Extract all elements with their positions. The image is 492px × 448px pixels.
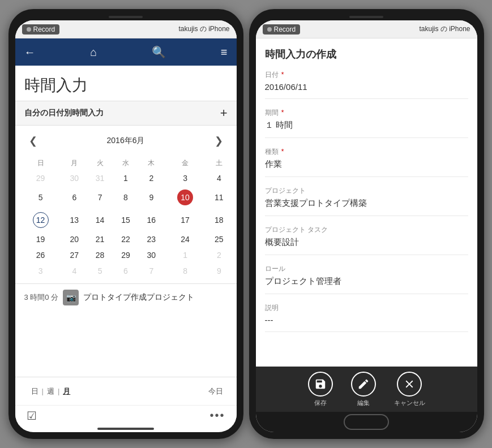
calendar-header-row: 日月火水木金土 — [20, 156, 232, 170]
form-field-0: 日付 *2016/06/11 — [265, 70, 468, 99]
form-value-2[interactable]: 作業 — [265, 159, 468, 170]
form-label-0: 日付 * — [265, 70, 468, 80]
home-icon[interactable]: ⌂ — [90, 46, 97, 59]
calendar-grid: 日月火水木金土 29303112345678910111213141516171… — [20, 156, 232, 279]
calendar-day-cell[interactable]: 29 — [113, 247, 138, 263]
calendar-day-cell[interactable]: 27 — [62, 247, 87, 263]
form-value-3[interactable]: 営業支援プロトタイプ構築 — [265, 198, 468, 209]
action-btn-label-1: 編集 — [357, 399, 370, 407]
action-btn-キャンセル[interactable]: キャンセル — [394, 372, 425, 407]
calendar-day-cell[interactable]: 7 — [139, 263, 164, 279]
cal-day-header: 月 — [62, 156, 87, 170]
action-btn-保存[interactable]: 保存 — [308, 372, 333, 407]
calendar-day-cell[interactable]: 26 — [20, 247, 62, 263]
calendar-day-cell[interactable]: 22 — [113, 231, 138, 247]
left-device-name: takujis の iPhone — [178, 24, 229, 34]
calendar-day-cell[interactable]: 12 — [20, 209, 62, 231]
right-home-area — [256, 412, 477, 432]
calendar-day-cell[interactable]: 4 — [62, 263, 87, 279]
calendar-day-cell[interactable]: 1 — [164, 247, 206, 263]
calendar-day-cell[interactable]: 2 — [206, 247, 232, 263]
calendar-day-cell[interactable]: 5 — [20, 186, 62, 209]
calendar-day-cell[interactable]: 20 — [62, 231, 87, 247]
form-field-4: プロジェクト タスク概要設計 — [265, 225, 468, 255]
form-page-title: 時間入力の作成 — [265, 48, 468, 61]
add-button[interactable]: + — [220, 106, 228, 120]
left-phone: Record takujis の iPhone ← ⌂ 🔍 ≡ 時間入力 自分の… — [8, 9, 243, 439]
time-entry-duration: 3 時間0 分 — [24, 292, 59, 303]
action-btn-label-2: キャンセル — [394, 399, 425, 407]
action-btn-icon-1 — [351, 372, 376, 397]
calendar-day-cell[interactable]: 16 — [139, 209, 164, 231]
calendar-day-cell[interactable]: 29 — [20, 170, 62, 186]
form-value-6[interactable]: --- — [265, 315, 468, 325]
calendar-day-cell[interactable]: 17 — [164, 209, 206, 231]
left-record-label: Record — [33, 25, 55, 33]
left-bottom-tab-bar: 日 | 週 | 月 今日 — [15, 377, 237, 405]
right-speaker — [349, 16, 383, 18]
tab-today[interactable]: 今日 — [208, 386, 223, 397]
calendar-day-cell[interactable]: 10 — [164, 186, 206, 209]
more-icon[interactable]: ••• — [209, 409, 225, 422]
calendar-day-cell[interactable]: 8 — [113, 186, 138, 209]
menu-icon[interactable]: ≡ — [221, 46, 228, 59]
calendar-day-cell[interactable]: 30 — [62, 170, 87, 186]
check-icon[interactable]: ☑ — [27, 409, 37, 423]
right-device-name: takujis の iPhone — [419, 24, 470, 34]
calendar-day-cell[interactable]: 21 — [87, 231, 113, 247]
next-month-button[interactable]: ❯ — [210, 132, 228, 149]
back-icon[interactable]: ← — [24, 46, 36, 59]
prev-month-button[interactable]: ❮ — [24, 132, 42, 149]
calendar-day-cell[interactable]: 28 — [87, 247, 113, 263]
form-value-5[interactable]: プロジェクト管理者 — [265, 276, 468, 287]
calendar-day-cell[interactable]: 19 — [20, 231, 62, 247]
form-label-4: プロジェクト タスク — [265, 225, 468, 235]
calendar-week-row: 567891011 — [20, 186, 232, 209]
calendar-week-row: 3456789 — [20, 263, 232, 279]
calendar-day-cell[interactable]: 3 — [20, 263, 62, 279]
left-record-button[interactable]: Record — [22, 24, 60, 35]
time-entry-row[interactable]: 3 時間0 分 📷 プロトタイプ作成プロジェクト — [15, 283, 237, 311]
calendar-day-cell[interactable]: 1 — [113, 170, 138, 186]
calendar-day-cell[interactable]: 14 — [87, 209, 113, 231]
calendar-day-cell[interactable]: 7 — [87, 186, 113, 209]
calendar-day-cell[interactable]: 5 — [87, 263, 113, 279]
form-label-1: 期間 * — [265, 108, 468, 118]
tab-day[interactable]: 日 — [29, 385, 41, 398]
action-btn-編集[interactable]: 編集 — [351, 372, 376, 407]
calendar-day-cell[interactable]: 8 — [164, 263, 206, 279]
cal-day-header: 土 — [206, 156, 232, 170]
time-entry-camera-icon: 📷 — [63, 290, 79, 305]
search-icon[interactable]: 🔍 — [152, 45, 166, 59]
calendar-today-day: 12 — [33, 212, 49, 228]
calendar-day-cell[interactable]: 13 — [62, 209, 87, 231]
calendar-day-cell[interactable]: 30 — [139, 247, 164, 263]
calendar-day-cell[interactable]: 25 — [206, 231, 232, 247]
action-bar: 保存編集キャンセル — [256, 367, 477, 412]
form-value-0[interactable]: 2016/06/11 — [265, 82, 468, 92]
calendar-day-cell[interactable]: 23 — [139, 231, 164, 247]
form-value-4[interactable]: 概要設計 — [265, 237, 468, 248]
calendar-day-cell[interactable]: 15 — [113, 209, 138, 231]
tab-month[interactable]: 月 — [61, 385, 72, 398]
action-btn-label-0: 保存 — [314, 399, 327, 407]
calendar-day-cell[interactable]: 9 — [139, 186, 164, 209]
calendar-day-cell[interactable]: 11 — [206, 186, 232, 209]
calendar-day-cell[interactable]: 2 — [139, 170, 164, 186]
cal-day-header: 火 — [87, 156, 113, 170]
calendar-day-cell[interactable]: 18 — [206, 209, 232, 231]
calendar-day-cell[interactable]: 31 — [87, 170, 113, 186]
calendar-day-cell[interactable]: 3 — [164, 170, 206, 186]
tab-week[interactable]: 週 — [45, 385, 57, 398]
form-label-6: 説明 — [265, 303, 468, 313]
calendar-day-cell[interactable]: 24 — [164, 231, 206, 247]
right-record-button[interactable]: Record — [263, 24, 301, 35]
form-container: 時間入力の作成 日付 *2016/06/11期間 *１ 時間種類 *作業プロジェ… — [256, 38, 477, 350]
form-value-1[interactable]: １ 時間 — [265, 120, 468, 131]
calendar-day-cell[interactable]: 6 — [62, 186, 87, 209]
calendar-day-cell[interactable]: 4 — [206, 170, 232, 186]
record-dot — [27, 27, 31, 32]
calendar-day-cell[interactable]: 9 — [206, 263, 232, 279]
right-home-indicator[interactable] — [344, 414, 389, 430]
calendar-day-cell[interactable]: 6 — [113, 263, 138, 279]
